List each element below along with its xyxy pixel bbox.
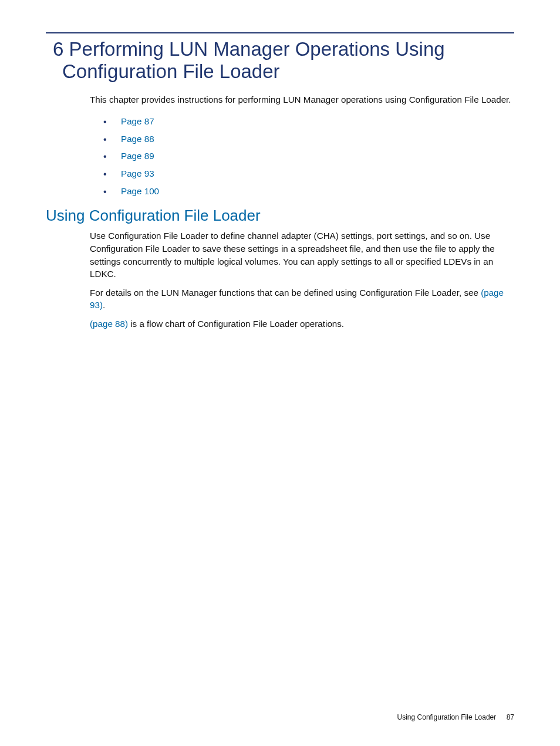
section-paragraph-3: (page 88) is a flow chart of Configurati… — [90, 318, 514, 330]
chapter-title-text: Performing LUN Manager Operations Using … — [62, 38, 445, 82]
para2-post: . — [103, 300, 105, 310]
toc-link[interactable]: Page 93 — [121, 168, 154, 178]
footer-section-label: Using Configuration File Loader — [397, 713, 497, 721]
toc-link[interactable]: Page 87 — [121, 116, 154, 126]
section-paragraph-1: Use Configuration File Loader to define … — [90, 229, 514, 280]
list-item: Page 89 — [103, 147, 514, 165]
list-item: Page 88 — [103, 130, 514, 148]
toc-link-list: Page 87 Page 88 Page 89 Page 93 Page 100 — [103, 113, 514, 200]
list-item: Page 100 — [103, 183, 514, 200]
para2-pre: For details on the LUN Manager functions… — [90, 288, 481, 298]
page-footer: Using Configuration File Loader 87 — [397, 713, 514, 721]
list-item: Page 93 — [103, 165, 514, 183]
toc-link[interactable]: Page 88 — [121, 134, 154, 144]
list-item: Page 87 — [103, 113, 514, 130]
page-content: 6 Performing LUN Manager Operations Usin… — [0, 0, 560, 330]
chapter-title: 6 Performing LUN Manager Operations Usin… — [53, 38, 514, 83]
para3-post: is a flow chart of Configuration File Lo… — [128, 319, 344, 329]
section-paragraph-2: For details on the LUN Manager functions… — [90, 286, 514, 312]
page-88-link[interactable]: (page 88) — [90, 319, 128, 329]
toc-link[interactable]: Page 100 — [121, 186, 159, 196]
footer-page-number: 87 — [507, 713, 514, 721]
chapter-number: 6 — [53, 38, 63, 60]
chapter-intro: This chapter provides instructions for p… — [90, 93, 514, 106]
toc-link[interactable]: Page 89 — [121, 151, 154, 161]
top-rule — [46, 32, 514, 33]
section-title: Using Configuration File Loader — [46, 207, 514, 225]
